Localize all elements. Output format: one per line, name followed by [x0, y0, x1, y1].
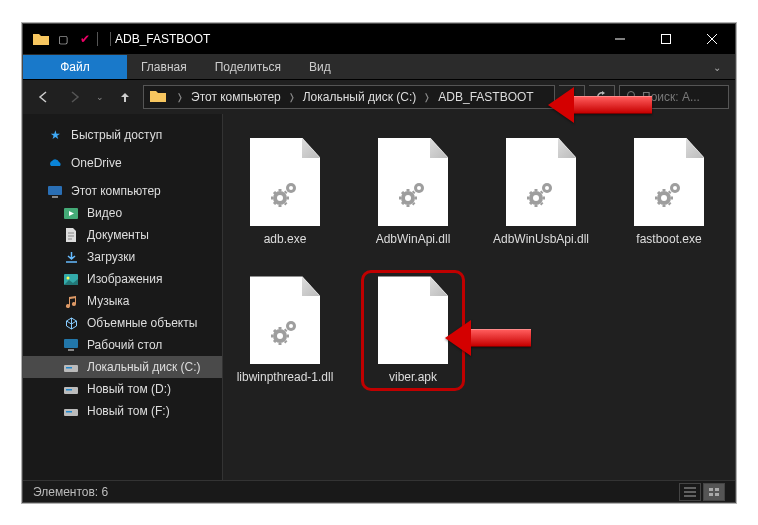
properties-icon[interactable]: ▢	[53, 29, 73, 49]
file-item[interactable]: adb.exe	[233, 132, 337, 252]
file-thumbnail	[378, 138, 448, 226]
sidebar-item-label: Музыка	[87, 294, 129, 308]
music-icon	[63, 293, 79, 309]
svg-rect-12	[66, 389, 72, 391]
file-label: AdbWinApi.dll	[376, 232, 451, 246]
svg-rect-37	[709, 493, 713, 496]
svg-point-1	[628, 91, 635, 98]
svg-rect-14	[66, 411, 72, 413]
chevron-right-icon[interactable]: ❭	[170, 92, 190, 102]
folder-icon	[150, 90, 166, 104]
tab-view[interactable]: Вид	[295, 55, 345, 79]
picture-icon	[63, 271, 79, 287]
sidebar-item-label: Новый том (D:)	[87, 382, 171, 396]
navigation-pane[interactable]: ★ Быстрый доступ OneDrive Этот компь	[23, 114, 223, 480]
address-bar-row: ⌄ ❭ Этот компьютер ❭ Локальный диск (C:)…	[23, 80, 735, 114]
sidebar-item-label: Изображения	[87, 272, 162, 286]
sidebar-item-3d-objects[interactable]: Объемные объекты	[23, 312, 222, 334]
breadcrumb-this-pc[interactable]: Этот компьютер	[190, 88, 282, 106]
file-item[interactable]: libwinpthread-1.dll	[233, 270, 337, 390]
refresh-button[interactable]	[589, 85, 615, 109]
tab-home[interactable]: Главная	[127, 55, 201, 79]
svg-rect-38	[715, 493, 719, 496]
file-thumbnail	[378, 276, 448, 364]
sidebar-item-music[interactable]: Музыка	[23, 290, 222, 312]
chevron-right-icon[interactable]: ❭	[417, 92, 437, 102]
svg-point-16	[277, 195, 283, 201]
tab-share[interactable]: Поделиться	[201, 55, 295, 79]
file-label: fastboot.exe	[636, 232, 701, 246]
sidebar-item-downloads[interactable]: Загрузки	[23, 246, 222, 268]
breadcrumb-disk-c[interactable]: Локальный диск (C:)	[302, 88, 418, 106]
sidebar-item-documents[interactable]: Документы	[23, 224, 222, 246]
file-item[interactable]: AdbWinApi.dll	[361, 132, 465, 252]
svg-point-28	[661, 195, 667, 201]
nav-recent-dropdown[interactable]: ⌄	[93, 84, 107, 110]
gear-icon	[267, 176, 303, 216]
sidebar-item-label: Загрузки	[87, 250, 135, 264]
drive-icon	[63, 381, 79, 397]
sidebar-item-disk-d[interactable]: Новый том (D:)	[23, 378, 222, 400]
svg-rect-35	[709, 488, 713, 491]
file-thumbnail	[506, 138, 576, 226]
gear-icon	[267, 314, 303, 354]
nav-back-button[interactable]	[29, 84, 57, 110]
file-item[interactable]: fastboot.exe	[617, 132, 721, 252]
search-box[interactable]: Поиск: A...	[619, 85, 729, 109]
view-details-button[interactable]	[679, 483, 701, 501]
breadcrumb-bar[interactable]: ❭ Этот компьютер ❭ Локальный диск (C:) ❭…	[143, 85, 555, 109]
ribbon-expand-icon[interactable]: ⌄	[707, 56, 727, 79]
chevron-right-icon[interactable]: ❭	[282, 92, 302, 102]
file-thumbnail	[634, 138, 704, 226]
sidebar-item-label: Видео	[87, 206, 122, 220]
search-placeholder: Поиск: A...	[642, 90, 700, 104]
view-icons-button[interactable]	[703, 483, 725, 501]
sidebar-item-label: Документы	[87, 228, 149, 242]
star-icon: ★	[47, 127, 63, 143]
gear-icon	[523, 176, 559, 216]
sidebar-item-label: Новый том (F:)	[87, 404, 170, 418]
qat-separator	[97, 32, 98, 46]
svg-rect-0	[662, 35, 671, 44]
svg-point-26	[545, 186, 549, 190]
file-item[interactable]: AdbWinUsbApi.dll	[489, 132, 593, 252]
search-icon	[626, 90, 638, 105]
minimize-button[interactable]	[597, 24, 643, 54]
checkmark-icon[interactable]: ✔	[75, 29, 95, 49]
sidebar-item-this-pc[interactable]: Этот компьютер	[23, 180, 222, 202]
sidebar-item-disk-c[interactable]: Локальный диск (C:)	[23, 356, 222, 378]
svg-rect-8	[68, 349, 74, 351]
svg-point-18	[289, 186, 293, 190]
svg-point-6	[67, 276, 70, 279]
file-item[interactable]: viber.apk	[361, 270, 465, 390]
nav-up-button[interactable]	[111, 84, 139, 110]
sidebar-item-quick-access[interactable]: ★ Быстрый доступ	[23, 124, 222, 146]
svg-rect-7	[64, 339, 78, 348]
file-label: AdbWinUsbApi.dll	[493, 232, 589, 246]
sidebar-item-onedrive[interactable]: OneDrive	[23, 152, 222, 174]
svg-point-34	[289, 324, 293, 328]
sidebar-item-disk-f[interactable]: Новый том (F:)	[23, 400, 222, 422]
desktop-icon	[63, 337, 79, 353]
document-icon	[63, 227, 79, 243]
computer-icon	[47, 183, 63, 199]
sidebar-item-pictures[interactable]: Изображения	[23, 268, 222, 290]
sidebar-item-videos[interactable]: Видео	[23, 202, 222, 224]
sidebar-item-desktop[interactable]: Рабочий стол	[23, 334, 222, 356]
nav-forward-button[interactable]	[61, 84, 89, 110]
title-bar[interactable]: ▢ ✔ ADB_FASTBOOT	[23, 24, 735, 54]
address-dropdown-button[interactable]: ⌄	[559, 85, 585, 109]
svg-point-22	[417, 186, 421, 190]
tab-file[interactable]: Файл	[23, 55, 127, 79]
sidebar-item-label: Объемные объекты	[87, 316, 197, 330]
breadcrumb-folder[interactable]: ADB_FASTBOOT	[437, 88, 534, 106]
sidebar-item-label: OneDrive	[71, 156, 122, 170]
quick-access-toolbar: ▢ ✔	[31, 29, 98, 49]
close-button[interactable]	[689, 24, 735, 54]
body-split: ★ Быстрый доступ OneDrive Этот компь	[23, 114, 735, 480]
ribbon-tabs: Файл Главная Поделиться Вид ⌄	[23, 54, 735, 80]
svg-rect-2	[48, 186, 62, 195]
file-view[interactable]: adb.exeAdbWinApi.dllAdbWinUsbApi.dllfast…	[223, 114, 735, 480]
cloud-icon	[47, 155, 63, 171]
maximize-button[interactable]	[643, 24, 689, 54]
